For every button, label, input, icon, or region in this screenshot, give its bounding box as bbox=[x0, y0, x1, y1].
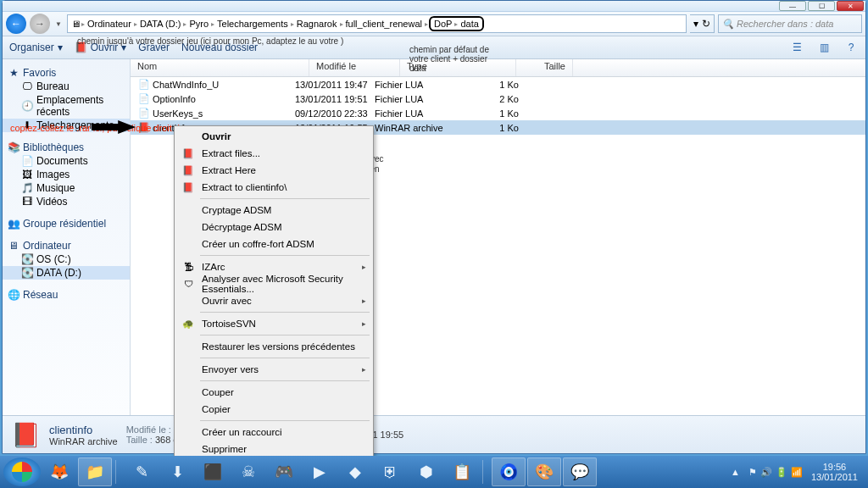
tray-icon[interactable]: ⚑ bbox=[748, 467, 757, 477]
back-button[interactable]: ← bbox=[6, 14, 26, 34]
organize-button[interactable]: Organiser ▾ bbox=[9, 42, 63, 53]
address-bar[interactable]: 🖥▸Ordinateur▸DATA (D:)▸Pyro▸Telechargeme… bbox=[67, 14, 687, 33]
tray-time: 19:56 bbox=[811, 462, 858, 472]
sidebar-item-icon: 🖵 bbox=[21, 80, 33, 92]
breadcrumb-segment[interactable]: DATA (D:) bbox=[138, 19, 182, 29]
file-row[interactable]: 📄UserKeys_s09/12/2010 22:33Fichier LUA1 … bbox=[131, 106, 865, 120]
sidebar-group-header[interactable]: 👥Groupe résidentiel bbox=[3, 217, 130, 230]
taskbar-explorer-icon[interactable]: 📁 bbox=[78, 458, 112, 486]
context-menu-item[interactable]: 📕Extract files... bbox=[176, 145, 371, 162]
sidebar-item-icon: 💽 bbox=[21, 267, 33, 279]
layout-icon[interactable]: ▥ bbox=[816, 41, 832, 54]
sidebar-item-icon: 🕘 bbox=[21, 100, 33, 112]
view-icon[interactable]: ☰ bbox=[789, 41, 804, 54]
taskbar-app-7-icon[interactable]: ◆ bbox=[338, 458, 372, 486]
taskbar-app-1-icon[interactable]: ✎ bbox=[125, 458, 159, 486]
breadcrumb-segment[interactable]: Pyro bbox=[187, 19, 210, 29]
context-menu-item[interactable]: 📕Extract to clientinfo\ bbox=[176, 179, 371, 196]
sidebar-item[interactable]: 🖵Bureau bbox=[3, 80, 130, 93]
minimize-button[interactable]: — bbox=[779, 1, 806, 11]
breadcrumb-segment[interactable]: data bbox=[459, 19, 480, 29]
taskbar-running-1-icon[interactable]: 🧿 bbox=[492, 458, 526, 486]
maximize-button[interactable]: ☐ bbox=[808, 1, 835, 11]
tray-show-hidden-icon[interactable]: ▲ bbox=[731, 467, 740, 477]
file-row[interactable]: 📄ChatWndInfo_U13/01/2011 19:47Fichier LU… bbox=[131, 77, 865, 92]
sidebar-item[interactable]: 🕘Emplacements récents bbox=[3, 93, 130, 119]
close-button[interactable]: ✕ bbox=[837, 1, 864, 11]
search-input[interactable]: 🔍 Rechercher dans : data bbox=[718, 14, 862, 33]
sidebar-item[interactable]: 🖼Images bbox=[3, 168, 130, 181]
taskbar-app-9-icon[interactable]: ⬢ bbox=[409, 458, 443, 486]
sidebar-group-header[interactable]: 🌐Réseau bbox=[3, 288, 130, 302]
submenu-arrow-icon: ▸ bbox=[362, 319, 366, 328]
breadcrumb-highlight: DoP▸data bbox=[429, 16, 484, 31]
breadcrumb-segment[interactable]: full_client_renewal bbox=[344, 19, 425, 29]
context-menu-item[interactable]: Copier bbox=[176, 401, 371, 418]
context-menu-item[interactable]: Supprimer bbox=[176, 441, 371, 458]
sidebar-item-icon: 🎵 bbox=[21, 182, 33, 194]
taskbar-running-2-icon[interactable]: 🎨 bbox=[527, 458, 561, 486]
taskbar-app-6-icon[interactable]: ▶ bbox=[303, 458, 337, 486]
context-menu-item[interactable]: 🐢TortoiseSVN▸ bbox=[176, 315, 371, 332]
context-menu-item[interactable]: Créer un raccourci bbox=[176, 424, 371, 441]
sidebar-item[interactable]: 💽OS (C:) bbox=[3, 252, 130, 266]
context-menu-item[interactable]: Ouvrir bbox=[176, 128, 371, 145]
col-size[interactable]: Taille bbox=[516, 59, 573, 76]
help-icon[interactable]: ? bbox=[843, 41, 859, 54]
context-menu-item[interactable]: Créer un coffre-fort ADSM bbox=[176, 236, 371, 252]
taskbar-app-4-icon[interactable]: ☠ bbox=[231, 458, 265, 486]
refresh-icon[interactable]: ↻ bbox=[702, 18, 710, 30]
file-icon: 📄 bbox=[131, 79, 153, 90]
col-date[interactable]: Modifié le bbox=[309, 59, 400, 76]
sidebar-group-header[interactable]: ★Favoris bbox=[3, 66, 130, 80]
taskbar-app-2-icon[interactable]: ⬇ bbox=[160, 458, 194, 486]
address-tools: ▾ ↻ bbox=[690, 14, 715, 33]
sidebar-item[interactable]: 📄Documents bbox=[3, 154, 130, 168]
context-menu-item[interactable]: 🛡Analyser avec Microsoft Security Essent… bbox=[176, 275, 371, 292]
group-icon: 🖥 bbox=[8, 240, 19, 252]
breadcrumb-segment[interactable]: Ordinateur bbox=[86, 19, 133, 29]
sidebar: ★Favoris🖵Bureau🕘Emplacements récents⬇Tel… bbox=[3, 59, 131, 415]
submenu-arrow-icon: ▸ bbox=[362, 297, 366, 305]
breadcrumb-segment[interactable]: DoP bbox=[432, 19, 453, 29]
context-menu-item[interactable]: Cryptage ADSM bbox=[176, 202, 371, 219]
address-dropdown-icon[interactable]: ▾ bbox=[693, 18, 698, 30]
sidebar-group-header[interactable]: 📚Bibliothèques bbox=[3, 141, 130, 154]
taskbar-app-3-icon[interactable]: ⬛ bbox=[196, 458, 230, 486]
tray-clock[interactable]: 19:56 13/01/2011 bbox=[811, 462, 858, 482]
context-menu-item[interactable]: Ouvrir avec▸ bbox=[176, 292, 371, 309]
ctx-item-icon: 🐢 bbox=[181, 319, 195, 330]
col-name[interactable]: Nom bbox=[131, 59, 309, 76]
taskbar-app-5-icon[interactable]: 🎮 bbox=[267, 458, 301, 486]
ctx-item-icon: 🗜 bbox=[181, 262, 195, 272]
sidebar-item[interactable]: 🎞Vidéos bbox=[3, 195, 130, 208]
sidebar-item[interactable]: 🎵Musique bbox=[3, 181, 130, 195]
breadcrumb-segment[interactable]: Ragnarok bbox=[295, 19, 339, 29]
context-menu-item[interactable]: Envoyer vers▸ bbox=[176, 361, 371, 378]
system-tray: ▲ ⚑🔊🔋📶 19:56 13/01/2011 bbox=[724, 462, 865, 482]
sidebar-group-header[interactable]: 🖥Ordinateur bbox=[3, 239, 130, 252]
context-menu-item[interactable]: Couper bbox=[176, 384, 371, 401]
taskbar-firefox-icon[interactable]: 🦊 bbox=[42, 458, 76, 486]
breadcrumb-segment[interactable]: Telechargements bbox=[215, 19, 290, 29]
start-button[interactable] bbox=[3, 458, 41, 486]
context-menu-item[interactable]: 📕Extract Here bbox=[176, 162, 371, 179]
tray-icon[interactable]: 🔋 bbox=[776, 467, 787, 477]
taskbar-app-8-icon[interactable]: ⛨ bbox=[374, 458, 408, 486]
context-menu-item[interactable]: 🗜IZArc▸ bbox=[176, 258, 371, 275]
nav-bar: ← → ▼ 🖥▸Ordinateur▸DATA (D:)▸Pyro▸Telech… bbox=[3, 12, 865, 36]
file-row[interactable]: 📄OptionInfo13/01/2011 19:51Fichier LUA2 … bbox=[131, 92, 865, 106]
sidebar-item[interactable]: 💽DATA (D:) bbox=[3, 266, 130, 280]
context-menu-item[interactable]: Restaurer les versions précédentes bbox=[176, 338, 371, 355]
forward-button[interactable]: → bbox=[30, 14, 50, 34]
tray-icon[interactable]: 📶 bbox=[791, 467, 803, 477]
nav-history-dropdown[interactable]: ▼ bbox=[53, 20, 64, 28]
submenu-arrow-icon: ▸ bbox=[362, 365, 366, 374]
taskbar-app-10-icon[interactable]: 📋 bbox=[445, 458, 479, 486]
tray-icon[interactable]: 🔊 bbox=[760, 467, 772, 477]
group-icon: ★ bbox=[8, 67, 19, 79]
details-file-icon: 📕 bbox=[11, 421, 41, 449]
taskbar-running-3-icon[interactable]: 💬 bbox=[563, 458, 597, 486]
annotation-path: chemin jusqu'à votre dossier jeu (ici po… bbox=[77, 36, 343, 46]
context-menu-item[interactable]: Décryptage ADSM bbox=[176, 219, 371, 236]
